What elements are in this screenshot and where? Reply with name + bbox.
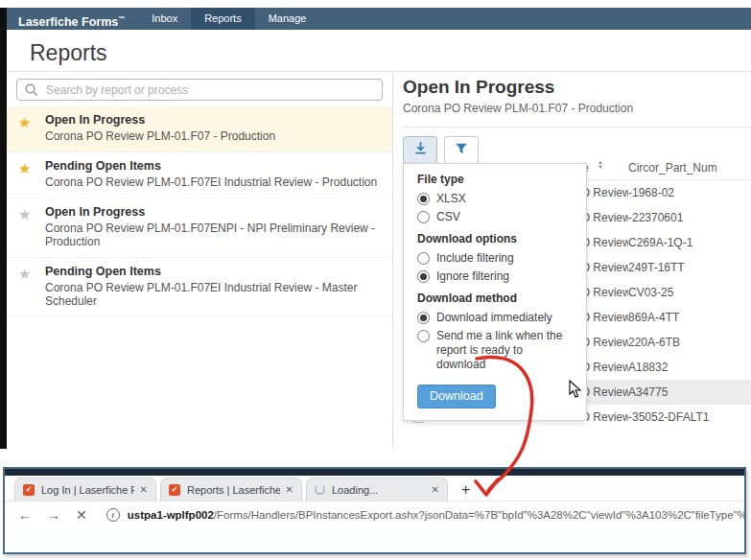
radio-button[interactable] xyxy=(417,211,430,223)
tab-title: Loading... xyxy=(332,484,426,496)
star-icon[interactable]: ★ xyxy=(18,266,31,283)
forward-icon[interactable]: → xyxy=(47,507,60,523)
top-navbar: Laserfiche Forms™ Inbox Reports Manage xyxy=(7,8,751,30)
report-item-title: Open In Progress xyxy=(45,113,383,127)
laserfiche-favicon: ✓ xyxy=(23,484,35,496)
file-type-group: XLSX CSV xyxy=(417,192,573,224)
url-field[interactable]: ustpa1-wplfp002/Forms/Handlers/BPInstanc… xyxy=(128,509,744,521)
part-number-cell: -22370601 xyxy=(628,211,683,224)
browser-tab[interactable]: ✓ Log In | Laserfiche Forms ✕ xyxy=(14,478,156,501)
tab-close-icon[interactable]: ✕ xyxy=(432,484,439,495)
tab-close-icon[interactable]: ✕ xyxy=(286,484,293,495)
tab-title: Log In | Laserfiche Forms xyxy=(41,484,134,496)
report-item-title: Pending Open Items xyxy=(45,159,383,173)
radio-label: Include filtering xyxy=(436,251,514,266)
report-item-subtitle: Corona PO Review PLM-01.F07 - Production xyxy=(45,129,383,143)
star-icon[interactable]: ★ xyxy=(18,206,31,223)
brand-text: Laserfiche Forms xyxy=(18,15,118,29)
screenshot-edge-bar xyxy=(0,8,7,449)
browser-tabs: ✓ Log In | Laserfiche Forms ✕ ✓ Reports … xyxy=(14,478,452,501)
back-icon[interactable]: ← xyxy=(18,507,32,523)
detail-subtitle: Corona PO Review PLM-01.F07 - Production xyxy=(403,102,751,115)
report-list-item[interactable]: ★ Open In Progress Corona PO Review PLM-… xyxy=(7,106,392,152)
browser-tab-bar: ✓ Log In | Laserfiche Forms ✕ ✓ Reports … xyxy=(5,476,744,501)
sort-icon[interactable]: ▲▼ xyxy=(598,160,603,170)
popup-download-button[interactable]: Download xyxy=(417,385,496,408)
search-icon xyxy=(24,82,39,102)
browser-window-top-strip xyxy=(5,469,744,476)
nav-tab[interactable]: Manage xyxy=(255,8,320,30)
radio-button[interactable] xyxy=(417,252,430,265)
radio-button[interactable] xyxy=(417,312,430,324)
report-list-item[interactable]: ★ Pending Open Items Corona PO Review PL… xyxy=(7,258,392,317)
download-options-popup: File type XLSX CSV Download options Incl xyxy=(403,163,587,421)
report-detail-panel: Open In Progress Corona PO Review PLM-01… xyxy=(403,72,751,164)
download-method-option[interactable]: Download immediately xyxy=(417,311,573,325)
part-number-cell: C269A-1Q-1 xyxy=(628,236,692,249)
report-item-subtitle: Corona PO Review PLM-01.F07EI Industrial… xyxy=(45,175,383,189)
radio-button[interactable] xyxy=(417,330,430,342)
download-options-label: Download options xyxy=(417,232,573,245)
radio-label: XLSX xyxy=(436,192,466,206)
brand-logo[interactable]: Laserfiche Forms™ xyxy=(7,8,134,30)
download-method-group: Download immediately Send me a link when… xyxy=(417,311,573,372)
browser-page-content xyxy=(5,528,744,552)
laserfiche-forms-app: Laserfiche Forms™ Inbox Reports Manage R… xyxy=(7,8,751,66)
screenshot-stage: Laserfiche Forms™ Inbox Reports Manage R… xyxy=(0,0,751,560)
radio-button[interactable] xyxy=(417,270,430,283)
radio-label: Ignore filtering xyxy=(436,269,509,284)
part-number-cell: 220A-6TB xyxy=(628,336,680,349)
radio-label: Download immediately xyxy=(436,311,552,325)
download-option[interactable]: Ignore filtering xyxy=(417,269,573,284)
trademark-symbol: ™ xyxy=(118,15,125,22)
search-container xyxy=(16,79,383,101)
browser-tab[interactable]: ✓ Loading... ✕ xyxy=(306,478,448,501)
download-options-group: Include filtering Ignore filtering xyxy=(417,251,573,284)
radio-label: CSV xyxy=(436,210,460,224)
report-list-panel: ★ Open In Progress Corona PO Review PLM-… xyxy=(7,72,393,448)
new-tab-button[interactable]: + xyxy=(461,481,470,499)
search-input[interactable] xyxy=(16,79,383,101)
page-title: Reports xyxy=(30,40,751,66)
radio-label: Send me a link when the report is ready … xyxy=(436,329,573,372)
tab-close-icon[interactable]: ✕ xyxy=(140,484,148,495)
part-number-cell: A34775 xyxy=(628,385,668,399)
file-type-option[interactable]: XLSX xyxy=(417,192,573,206)
radio-button[interactable] xyxy=(417,193,430,205)
report-item-title: Pending Open Items xyxy=(45,265,383,278)
part-number-cell: -35052-DFALT1 xyxy=(628,410,710,424)
star-icon[interactable]: ★ xyxy=(18,114,31,131)
download-option[interactable]: Include filtering xyxy=(417,251,573,266)
stop-icon[interactable]: ✕ xyxy=(76,507,87,523)
nav-tab[interactable]: Reports xyxy=(191,8,255,30)
file-type-label: File type xyxy=(417,173,573,186)
url-host: ustpa1-wplfp002 xyxy=(128,509,214,521)
part-number-cell: A18832 xyxy=(628,361,668,374)
page-info-icon[interactable]: i xyxy=(106,508,120,522)
report-list-item[interactable]: ★ Pending Open Items Corona PO Review PL… xyxy=(7,152,392,198)
part-number-cell: 249T-16TT xyxy=(628,261,685,274)
report-item-subtitle: Corona PO Review PLM-01.F07EI Industrial… xyxy=(45,281,383,308)
browser-window: ✓ Log In | Laserfiche Forms ✕ ✓ Reports … xyxy=(3,467,746,554)
report-item-title: Open In Progress xyxy=(45,205,383,219)
star-icon[interactable]: ★ xyxy=(18,160,31,177)
part-number-column-header[interactable]: Circor_Part_Num xyxy=(628,161,717,175)
laserfiche-favicon: ✓ xyxy=(169,484,180,496)
nav-tab[interactable]: Inbox xyxy=(138,8,191,30)
download-method-option[interactable]: Send me a link when the report is ready … xyxy=(417,329,573,372)
tab-title: Reports | Laserfiche Forms xyxy=(187,484,280,496)
detail-title: Open In Progress xyxy=(403,77,751,98)
url-path: /Forms/Handlers/BPInstancesExport.ashx?j… xyxy=(214,509,744,521)
part-number-cell: CV03-25 xyxy=(628,286,673,299)
report-list-item[interactable]: ★ Open In Progress Corona PO Review PLM-… xyxy=(7,198,392,258)
browser-address-bar: ← → ✕ i ustpa1-wplfp002/Forms/Handlers/B… xyxy=(5,501,744,528)
nav-tabs: Inbox Reports Manage xyxy=(138,8,319,30)
report-list: ★ Open In Progress Corona PO Review PLM-… xyxy=(7,106,392,317)
browser-tab[interactable]: ✓ Reports | Laserfiche Forms ✕ xyxy=(160,478,302,501)
loading-spinner-icon xyxy=(315,484,325,495)
part-number-cell: 869A-4TT xyxy=(628,311,679,324)
part-number-cell: -1968-02 xyxy=(628,186,674,199)
file-type-option[interactable]: CSV xyxy=(417,210,573,224)
download-method-label: Download method xyxy=(417,292,573,305)
report-item-subtitle: Corona PO Review PLM-01.F07ENPI - NPI Pr… xyxy=(45,222,383,248)
